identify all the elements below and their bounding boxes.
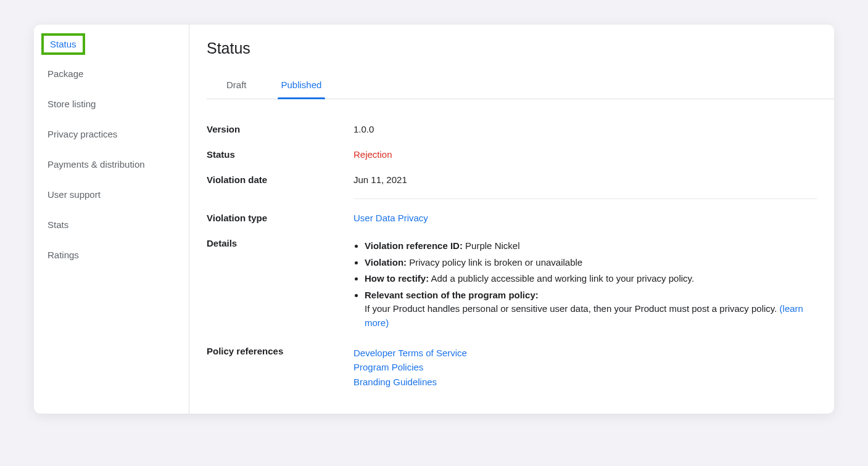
link-dev-terms[interactable]: Developer Terms of Service — [353, 346, 817, 360]
detail-rectify: How to rectify: Add a publicly accessibl… — [365, 271, 817, 287]
section-divider — [353, 198, 817, 199]
detail-rectify-label: How to rectify: — [365, 273, 429, 284]
label-violation-type: Violation type — [207, 213, 353, 223]
sidebar-nav: Status Package Store listing Privacy pra… — [34, 25, 189, 414]
detail-reference-id: Violation reference ID: Purple Nickel — [365, 238, 817, 255]
detail-violation-value: Privacy policy link is broken or unavail… — [407, 257, 582, 268]
label-status: Status — [207, 149, 353, 160]
dashboard-card: Status Package Store listing Privacy pra… — [34, 25, 834, 414]
detail-relevant-section: Relevant section of the program policy: … — [365, 287, 817, 332]
tab-content: Version 1.0.0 Status Rejection Violation… — [207, 99, 834, 396]
value-status: Rejection — [353, 149, 817, 160]
label-version: Version — [207, 124, 353, 134]
sidebar-item-user-support[interactable]: User support — [34, 179, 189, 210]
sidebar-item-privacy-practices[interactable]: Privacy practices — [34, 119, 189, 149]
row-violation-date: Violation date Jun 11, 2021 — [207, 167, 817, 192]
detail-relevant-body: If your Product handles personal or sens… — [365, 303, 777, 314]
sidebar-item-status[interactable]: Status — [50, 39, 76, 49]
row-policy-references: Policy references Developer Terms of Ser… — [207, 338, 817, 396]
link-violation-type[interactable]: User Data Privacy — [353, 213, 428, 223]
detail-violation: Violation: Privacy policy link is broken… — [365, 255, 817, 271]
page-title: Status — [207, 37, 834, 63]
sidebar-item-package[interactable]: Package — [34, 59, 189, 89]
tabs: Draft Published — [207, 72, 834, 99]
detail-relevant-label: Relevant section of the program policy: — [365, 290, 539, 300]
policy-links: Developer Terms of Service Program Polic… — [353, 346, 817, 389]
row-violation-type: Violation type User Data Privacy — [207, 205, 817, 231]
sidebar-item-stats[interactable]: Stats — [34, 210, 189, 240]
row-version: Version 1.0.0 — [207, 116, 817, 142]
row-details: Details Violation reference ID: Purple N… — [207, 231, 817, 338]
label-details: Details — [207, 238, 353, 248]
details-list: Violation reference ID: Purple Nickel Vi… — [353, 238, 817, 331]
detail-ref-id-value: Purple Nickel — [463, 240, 520, 251]
link-branding-guidelines[interactable]: Branding Guidelines — [353, 375, 817, 389]
value-version: 1.0.0 — [353, 124, 817, 134]
main-content: Status Draft Published Version 1.0.0 Sta… — [189, 25, 834, 414]
detail-ref-id-label: Violation reference ID: — [365, 240, 463, 251]
detail-rectify-value: Add a publicly accessible and working li… — [429, 273, 694, 284]
label-policy-references: Policy references — [207, 346, 353, 356]
sidebar-item-store-listing[interactable]: Store listing — [34, 89, 189, 119]
sidebar-item-payments-distribution[interactable]: Payments & distribution — [34, 149, 189, 179]
highlight-outline: Status — [41, 33, 85, 55]
row-status: Status Rejection — [207, 142, 817, 167]
value-violation-date: Jun 11, 2021 — [353, 174, 817, 185]
tab-draft[interactable]: Draft — [224, 72, 249, 99]
tab-published[interactable]: Published — [279, 72, 324, 99]
label-violation-date: Violation date — [207, 174, 353, 185]
detail-violation-label: Violation: — [365, 257, 407, 268]
sidebar-item-ratings[interactable]: Ratings — [34, 240, 189, 270]
link-program-policies[interactable]: Program Policies — [353, 360, 817, 374]
